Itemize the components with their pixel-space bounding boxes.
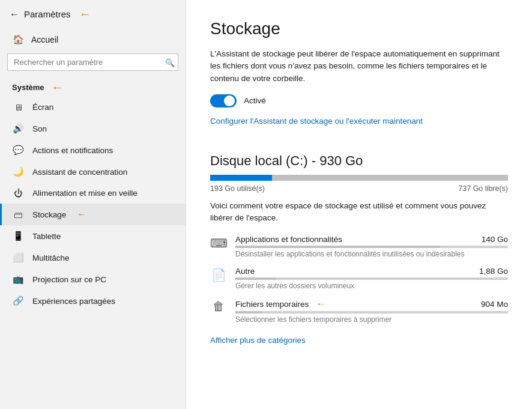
apps-desc: Désinstaller les applications et fonctio…: [235, 250, 508, 258]
alimentation-label: Alimentation et mise en veille: [32, 189, 138, 198]
son-icon: 🔊: [12, 123, 24, 134]
temp-name: Fichiers temporaires ←: [235, 298, 325, 309]
config-link[interactable]: Configurer l'Assistant de stockage ou l'…: [210, 117, 423, 126]
temp-size: 904 Mo: [481, 300, 508, 309]
sidebar-item-tablette[interactable]: 📱 Tablette: [0, 225, 186, 247]
temp-icon: 🗑: [210, 300, 227, 314]
tablette-label: Tablette: [32, 232, 61, 241]
experiences-icon: 🔗: [12, 295, 24, 306]
search-input[interactable]: [7, 53, 178, 71]
storage-toggle[interactable]: [210, 94, 237, 108]
disk-bar-used: [210, 175, 272, 181]
sidebar-item-alimentation[interactable]: ⏻ Alimentation et mise en veille: [0, 183, 186, 204]
sidebar: ← Paramètres ← 🏠 Accueil 🔍 Système ← 🖥 É…: [0, 0, 186, 409]
multitache-icon: ⬜: [12, 252, 24, 263]
sidebar-item-experiences[interactable]: 🔗 Expériences partagées: [0, 290, 186, 312]
autre-icon: 📄: [210, 268, 227, 282]
storage-item-autre[interactable]: 📄 Autre 1,88 Go Gérer les autres dossier…: [210, 267, 508, 290]
assistant-icon: 🌙: [12, 166, 24, 177]
disk-stats: 193 Go utilisé(s) 737 Go libre(s): [210, 184, 508, 193]
sidebar-item-stockage[interactable]: 🗃 Stockage ←: [0, 204, 186, 225]
apps-name: Applications et fonctionnalités: [235, 235, 342, 244]
system-section-label: Système ←: [0, 76, 186, 97]
disk-free-label: 737 Go libre(s): [458, 184, 508, 193]
apps-size: 140 Go: [482, 235, 508, 244]
autre-size: 1,88 Go: [479, 267, 508, 276]
actions-label: Actions et notifications: [32, 146, 113, 155]
sidebar-item-multitache[interactable]: ⬜ Multitâche: [0, 247, 186, 268]
home-label: Accueil: [31, 35, 58, 44]
tablette-icon: 📱: [12, 231, 24, 241]
sidebar-title: Paramètres: [24, 9, 71, 19]
more-categories-link[interactable]: Afficher plus de catégories: [210, 336, 306, 345]
storage-description: L'Assistant de stockage peut libérer de …: [210, 48, 508, 85]
temp-desc: Sélectionner les fichiers temporaires à …: [235, 315, 508, 324]
apps-bar: [235, 246, 508, 248]
temp-annotation-arrow: ←: [316, 298, 325, 309]
multitache-label: Multitâche: [32, 253, 70, 262]
system-annotation-arrow: ←: [51, 80, 63, 94]
search-container: 🔍: [7, 53, 178, 71]
autre-desc: Gérer les autres dossiers volumineux: [235, 282, 508, 290]
assistant-label: Assistant de concentration: [32, 168, 127, 177]
stockage-icon: 🗃: [12, 210, 24, 220]
disk-used-label: 193 Go utilisé(s): [210, 184, 265, 193]
disk-info-text: Voici comment votre espace de stockage e…: [210, 200, 508, 225]
disk-title: Disque local (C:) - 930 Go: [210, 153, 508, 169]
projection-icon: 📺: [12, 274, 24, 285]
actions-icon: 💬: [12, 145, 24, 156]
nav-home[interactable]: 🏠 Accueil: [0, 28, 186, 51]
home-icon: 🏠: [12, 34, 24, 45]
autre-bar: [235, 277, 508, 280]
autre-name: Autre: [235, 267, 255, 276]
alimentation-icon: ⏻: [12, 188, 24, 198]
ecran-icon: 🖥: [12, 102, 24, 112]
sidebar-item-ecran[interactable]: 🖥 Écran: [0, 97, 186, 118]
sidebar-header: ← Paramètres ←: [0, 0, 186, 28]
son-label: Son: [32, 124, 47, 133]
sidebar-item-assistant[interactable]: 🌙 Assistant de concentration: [0, 161, 186, 183]
temp-bar: [235, 311, 508, 314]
title-annotation-arrow: ←: [79, 7, 91, 21]
storage-item-temp[interactable]: 🗑 Fichiers temporaires ← 904 Mo Sélectio…: [210, 298, 508, 324]
toggle-label: Activé: [244, 96, 266, 105]
projection-label: Projection sur ce PC: [32, 275, 106, 284]
sidebar-item-son[interactable]: 🔊 Son: [0, 118, 186, 139]
back-button[interactable]: ←: [10, 9, 19, 20]
stockage-annotation-arrow: ←: [77, 209, 86, 220]
stockage-label: Stockage: [32, 210, 66, 219]
storage-item-apps[interactable]: ⌨ Applications et fonctionnalités 140 Go…: [210, 235, 508, 258]
apps-icon: ⌨: [210, 236, 227, 250]
sidebar-item-projection[interactable]: 📺 Projection sur ce PC: [0, 268, 186, 290]
toggle-row: Activé: [210, 94, 508, 108]
page-title: Stockage: [210, 19, 508, 38]
main-content: Stockage L'Assistant de stockage peut li…: [186, 0, 532, 409]
experiences-label: Expériences partagées: [32, 297, 115, 306]
ecran-label: Écran: [32, 103, 53, 112]
sidebar-item-actions-notifications[interactable]: 💬 Actions et notifications: [0, 139, 186, 161]
disk-bar: [210, 175, 508, 181]
search-icon-button[interactable]: 🔍: [165, 58, 175, 67]
